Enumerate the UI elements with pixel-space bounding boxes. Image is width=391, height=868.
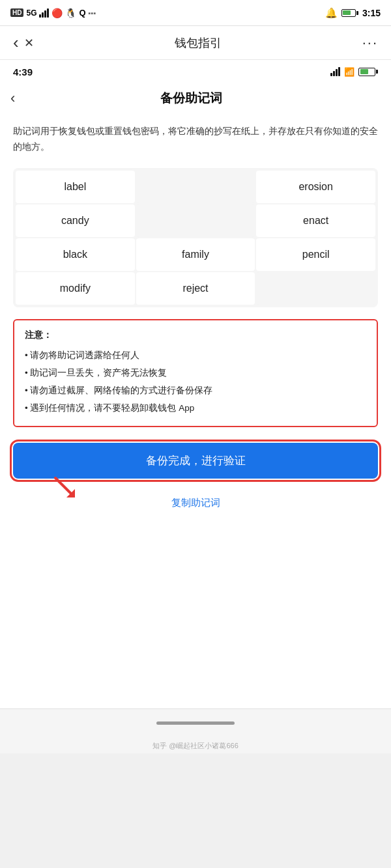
weibo-icon: 🔴 — [51, 8, 63, 18]
inner-battery-icon — [358, 68, 378, 76]
inner-screen: 4:39 📶 ‹ 备份助记词 助记词用于恢复钱包或重置 — [0, 60, 391, 520]
outer-time: 3:15 — [362, 8, 381, 18]
mnemonic-word-4: candy — [16, 204, 135, 237]
svg-line-0 — [55, 478, 72, 494]
bottom-navigation-bar — [0, 708, 391, 737]
outer-status-left: HD 5G 🔴 🐧 Q ▪▪▪ — [10, 8, 96, 18]
mnemonic-word-7: black — [16, 238, 135, 271]
qq-icon: 🐧 — [65, 8, 76, 18]
more-options-button[interactable]: ··· — [362, 35, 378, 51]
mnemonic-word-1: label — [16, 171, 135, 203]
hd-badge: HD — [10, 8, 23, 17]
more-apps-icon: ▪▪▪ — [89, 9, 96, 17]
inner-page-title: 备份助记词 — [20, 90, 362, 107]
inner-content: 助记词用于恢复钱包或重置钱包密码，将它准确的抄写在纸上，并存放在只有你知道的安全… — [0, 113, 391, 520]
warning-box: 注意： • 请勿将助记词透露给任何人 • 助记词一旦丢失，资产将无法恢复 • 请… — [13, 319, 378, 427]
empty-space — [0, 520, 391, 708]
outer-status-bar: HD 5G 🔴 🐧 Q ▪▪▪ 🔔 3:15 — [0, 0, 391, 26]
mnemonic-word-11: reject — [136, 272, 255, 305]
inner-status-bar: 4:39 📶 — [0, 60, 391, 83]
mnemonic-word-8: family — [136, 238, 255, 271]
warning-item-2: • 助记词一旦丢失，资产将无法恢复 — [25, 364, 366, 382]
mnemonic-word-6: enact — [256, 204, 375, 237]
warning-title: 注意： — [25, 329, 366, 341]
bell-icon: 🔔 — [325, 7, 338, 19]
mnemonic-word-10: modify — [16, 272, 135, 305]
warning-item-4: • 遇到任何情况，请不要轻易卸载钱包 App — [25, 399, 366, 417]
inner-back-button[interactable]: ‹ — [10, 90, 15, 107]
back-button[interactable]: ‹ — [13, 33, 19, 53]
outer-status-right: 🔔 3:15 — [325, 7, 381, 19]
mnemonic-word-5 — [136, 204, 255, 237]
inner-signal-icon — [330, 67, 340, 76]
mnemonic-word-12 — [256, 272, 375, 305]
inner-time: 4:39 — [13, 66, 33, 77]
app-header: ‹ ✕ 钱包指引 ··· — [0, 26, 391, 60]
signal-icon — [39, 8, 49, 18]
close-button[interactable]: ✕ — [24, 36, 34, 50]
mnemonic-grid: label erosion candy enact black family p… — [13, 168, 378, 307]
q-icon: Q — [79, 8, 85, 18]
warning-item-3: • 请勿通过截屏、网络传输的方式进行备份保存 — [25, 382, 366, 399]
watermark: 知乎 @崛起社区小诸葛666 — [0, 737, 391, 753]
backup-complete-button[interactable]: 备份完成，进行验证 — [13, 443, 378, 479]
app-header-title: 钱包指引 — [34, 35, 362, 51]
arrow-indicator — [52, 475, 78, 503]
mnemonic-description: 助记词用于恢复钱包或重置钱包密码，将它准确的抄写在纸上，并存放在只有你知道的安全… — [13, 124, 378, 155]
battery-icon — [341, 9, 358, 17]
mnemonic-word-2 — [136, 171, 255, 203]
signal-text: 5G — [26, 8, 36, 18]
inner-status-icons: 📶 — [330, 67, 378, 77]
home-indicator — [156, 721, 235, 725]
mnemonic-word-9: pencil — [256, 238, 375, 271]
warning-item-1: • 请勿将助记词透露给任何人 — [25, 346, 366, 364]
button-area: 备份完成，进行验证 — [13, 443, 378, 479]
mnemonic-word-3: erosion — [256, 171, 375, 203]
inner-page-header: ‹ 备份助记词 — [0, 83, 391, 113]
inner-wifi-icon: 📶 — [344, 67, 355, 77]
